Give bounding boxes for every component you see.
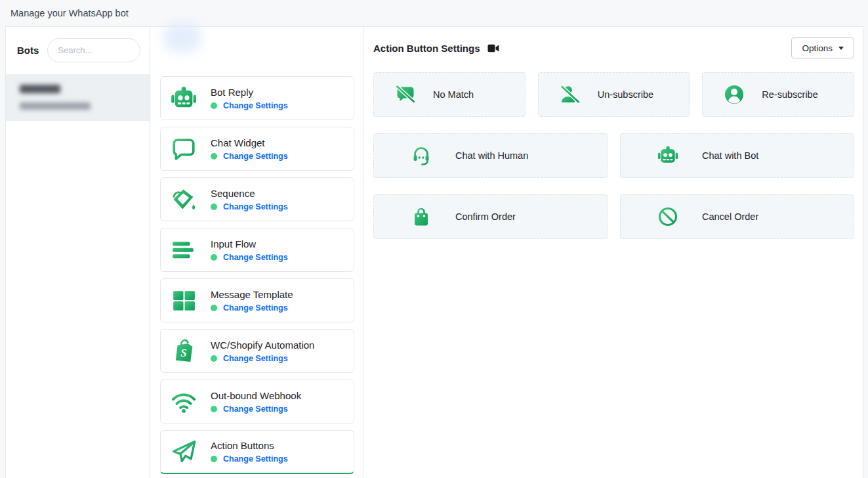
caret-down-icon — [838, 47, 844, 50]
feature-title: WC/Shopify Automation — [211, 339, 314, 351]
status-dot — [211, 305, 217, 311]
action-tile-label: No Match — [433, 89, 474, 100]
feature-card-chat-widget[interactable]: Chat Widget Change Settings — [160, 127, 354, 171]
svg-text:S: S — [180, 347, 186, 359]
options-button-label: Options — [802, 43, 833, 53]
status-dot — [211, 254, 217, 261]
bots-heading: Bots — [17, 45, 39, 56]
action-tile-label: Un-subscribe — [598, 89, 653, 100]
feature-card-input-flow[interactable]: Input Flow Change Settings — [160, 228, 354, 272]
robot-icon — [170, 85, 197, 112]
robot-icon — [657, 145, 678, 166]
feature-title: Action Buttons — [211, 440, 288, 451]
action-tile-chat-with-bot[interactable]: Chat with Bot — [620, 133, 854, 178]
status-dot — [211, 204, 217, 210]
chat-bubble-icon — [170, 135, 197, 163]
change-settings-link[interactable]: Change Settings — [223, 101, 288, 110]
shopping-bag-icon — [411, 206, 432, 227]
feature-title: Message Template — [211, 289, 293, 300]
slash-circle-icon — [657, 206, 678, 227]
bot-name-redacted — [20, 85, 60, 93]
grid-squares-icon — [170, 287, 197, 315]
feature-card-message-template[interactable]: Message Template Change Settings — [160, 278, 354, 322]
status-dot — [211, 153, 217, 160]
feature-title: Input Flow — [211, 238, 288, 250]
action-button-settings-panel: Action Button Settings Options No Match — [363, 27, 863, 478]
action-tile-label: Chat with Bot — [702, 150, 758, 161]
change-settings-link[interactable]: Change Settings — [223, 354, 288, 363]
options-button[interactable]: Options — [791, 37, 854, 58]
feature-card-bot-reply[interactable]: Bot Reply Change Settings — [160, 76, 354, 120]
action-tile-label: Confirm Order — [455, 211, 516, 222]
action-tile-label: Chat with Human — [455, 150, 528, 161]
feature-title: Bot Reply — [211, 87, 288, 98]
change-settings-link[interactable]: Change Settings — [223, 253, 288, 262]
panel-header: Action Button Settings Options — [373, 37, 854, 58]
status-dot — [211, 456, 217, 462]
change-settings-link[interactable]: Change Settings — [223, 202, 288, 211]
feature-card-outbound-webhook[interactable]: Out-bound Webhook Change Settings — [160, 380, 354, 424]
bot-phone-redacted — [20, 102, 91, 110]
status-dot — [211, 102, 217, 109]
action-tile-cancel-order[interactable]: Cancel Order — [620, 194, 854, 239]
topbar: Manage your WhatsApp bot — [0, 0, 868, 26]
action-tile-confirm-order[interactable]: Confirm Order — [373, 194, 608, 239]
action-tile-label: Cancel Order — [702, 211, 758, 222]
change-settings-link[interactable]: Change Settings — [223, 404, 288, 414]
change-settings-link[interactable]: Change Settings — [223, 454, 288, 464]
shopify-bag-icon: S — [170, 337, 197, 365]
video-camera-icon[interactable] — [487, 44, 499, 53]
page-title: Manage your WhatsApp bot — [10, 8, 129, 18]
bot-list-item-selected[interactable] — [6, 74, 150, 121]
action-buttons-row-1: No Match Un-subscribe Re-subscribe — [373, 72, 854, 117]
feature-title: Sequence — [211, 188, 288, 199]
list-bars-icon — [170, 236, 197, 264]
status-dot — [211, 355, 217, 362]
wifi-icon — [170, 388, 197, 416]
status-dot — [211, 406, 217, 412]
blurred-avatar — [163, 23, 201, 52]
chat-slash-icon — [395, 84, 416, 105]
action-tile-resubscribe[interactable]: Re-subscribe — [702, 72, 854, 117]
paper-plane-icon — [170, 438, 197, 466]
feature-card-wc-shopify-automation[interactable]: S WC/Shopify Automation Change Settings — [160, 329, 354, 373]
action-buttons-row-2: Chat with Human Chat with Bot — [373, 133, 854, 178]
action-tile-chat-with-human[interactable]: Chat with Human — [373, 133, 608, 178]
feature-card-sequence[interactable]: Sequence Change Settings — [160, 177, 354, 221]
paint-bucket-icon — [170, 186, 197, 213]
action-tile-unsubscribe[interactable]: Un-subscribe — [538, 72, 690, 117]
bots-search-input[interactable] — [47, 38, 140, 62]
main-panel: Bots Bot Reply Change Settings — [5, 26, 863, 478]
action-tile-no-match[interactable]: No Match — [373, 72, 526, 117]
sidebar-header: Bots — [6, 27, 150, 74]
change-settings-link[interactable]: Change Settings — [223, 303, 288, 313]
action-buttons-row-3: Confirm Order Cancel Order — [373, 194, 854, 239]
person-slash-icon — [560, 84, 581, 105]
feature-title: Chat Widget — [211, 137, 288, 148]
feature-list: Bot Reply Change Settings Chat Widget Ch… — [150, 27, 363, 478]
headset-icon — [411, 145, 432, 166]
change-settings-link[interactable]: Change Settings — [223, 152, 288, 161]
action-tile-label: Re-subscribe — [762, 89, 817, 100]
bots-sidebar: Bots — [6, 27, 150, 478]
panel-title: Action Button Settings — [373, 43, 480, 54]
feature-title: Out-bound Webhook — [211, 390, 301, 401]
feature-card-action-buttons[interactable]: Action Buttons Change Settings — [160, 430, 354, 474]
person-circle-icon — [724, 84, 745, 105]
